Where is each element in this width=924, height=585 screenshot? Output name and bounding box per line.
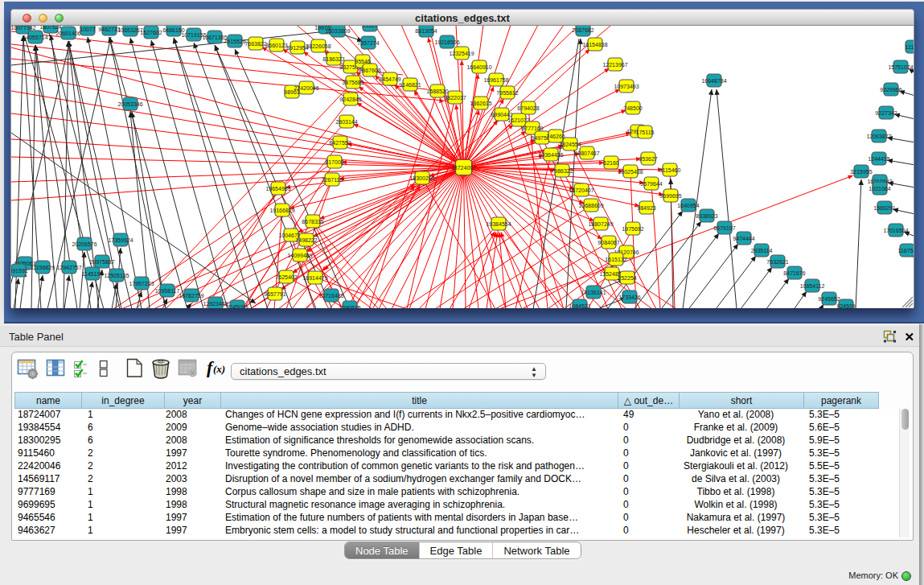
svg-text:20206576: 20206576	[72, 241, 97, 247]
svg-text:9242845: 9242845	[339, 97, 361, 102]
svg-text:116753: 116753	[898, 248, 914, 253]
svg-text:746266: 746266	[546, 134, 565, 139]
svg-text:1975692: 1975692	[622, 226, 643, 232]
svg-text:9146821: 9146821	[399, 82, 421, 88]
svg-text:15751074: 15751074	[888, 64, 913, 70]
svg-text:11123: 11123	[906, 44, 914, 50]
svg-text:984923: 984923	[637, 205, 655, 211]
svg-text:15720407: 15720407	[569, 187, 593, 193]
svg-text:1527602: 1527602	[140, 30, 162, 35]
svg-text:62160: 62160	[603, 160, 619, 166]
svg-text:8471676: 8471676	[783, 270, 805, 276]
svg-text:7357274: 7357274	[357, 40, 379, 46]
svg-text:12213967: 12213967	[602, 62, 627, 68]
svg-text:1588520: 1588520	[426, 89, 448, 94]
svg-text:9474444: 9474444	[733, 236, 754, 241]
svg-text:2087682: 2087682	[572, 27, 593, 33]
svg-text:7955812: 7955812	[496, 90, 518, 96]
svg-text:1021064: 1021064	[869, 186, 890, 192]
svg-text:8186323: 8186323	[322, 56, 344, 62]
svg-text:9657791: 9657791	[264, 291, 285, 297]
svg-text:12942757: 12942757	[56, 265, 81, 270]
svg-text:1290515: 1290515	[339, 305, 360, 309]
svg-text:8454749: 8454749	[379, 76, 400, 82]
svg-text:12325419: 12325419	[449, 51, 474, 56]
svg-text:18807249: 18807249	[588, 221, 613, 227]
svg-text:18300295: 18300295	[409, 175, 434, 181]
svg-text:175115: 175115	[636, 130, 655, 135]
svg-text:252254: 252254	[618, 275, 636, 281]
svg-text:924509: 924509	[836, 303, 855, 309]
svg-text:817008: 817008	[325, 159, 343, 165]
svg-text:8990443: 8990443	[491, 112, 512, 117]
svg-text:19218506: 19218506	[434, 39, 459, 45]
svg-text:10025438: 10025438	[618, 169, 643, 175]
svg-text:10807487: 10807487	[574, 150, 599, 156]
svg-text:1733426: 1733426	[618, 295, 640, 300]
svg-text:58226058: 58226058	[306, 43, 331, 49]
svg-text:2935114: 2935114	[751, 248, 773, 253]
svg-text:10077342: 10077342	[11, 26, 36, 31]
svg-text:99127: 99127	[362, 26, 378, 28]
svg-text:22420046: 22420046	[294, 85, 318, 91]
svg-text:10077: 10077	[80, 27, 96, 32]
svg-text:20053346: 20053346	[117, 101, 142, 107]
svg-text:19384554: 19384554	[486, 221, 511, 227]
svg-text:953627: 953627	[639, 156, 657, 162]
svg-text:14099489: 14099489	[287, 253, 312, 258]
svg-text:10973493: 10973493	[614, 84, 639, 89]
svg-text:19654985: 19654985	[265, 186, 290, 192]
svg-text:9329966: 9329966	[880, 87, 901, 93]
svg-text:3824554: 3824554	[559, 142, 581, 147]
svg-text:11156829: 11156829	[31, 265, 55, 270]
svg-text:10653267: 10653267	[117, 27, 142, 33]
svg-text:1084521: 1084521	[569, 303, 590, 309]
svg-text:8427552: 8427552	[329, 140, 351, 146]
svg-text:10688609: 10688609	[578, 203, 603, 208]
svg-text:8938923: 8938923	[696, 213, 717, 219]
svg-text:3215955: 3215955	[850, 169, 872, 175]
svg-text:18724007: 18724007	[451, 165, 476, 171]
svg-text:12093872: 12093872	[866, 134, 891, 139]
svg-text:1145194: 1145194	[82, 271, 104, 277]
svg-text:16640910: 16640910	[466, 64, 491, 70]
svg-text:1362615: 1362615	[470, 101, 491, 106]
svg-text:3875685: 3875685	[342, 80, 363, 85]
svg-text:19166829: 19166829	[269, 208, 294, 213]
svg-text:7625402: 7625402	[275, 274, 297, 280]
svg-text:6794028: 6794028	[517, 105, 539, 111]
svg-text:20975887: 20975887	[89, 259, 114, 265]
svg-text:17957223: 17957223	[129, 281, 154, 286]
svg-text:9227342: 9227342	[875, 110, 897, 116]
svg-text:2803144: 2803144	[335, 119, 357, 125]
svg-text:14136141: 14136141	[581, 290, 606, 295]
svg-text:8813054: 8813054	[415, 28, 437, 34]
svg-text:14055714: 14055714	[23, 35, 47, 40]
svg-text:1640954: 1640954	[677, 203, 699, 208]
svg-text:16648784: 16648784	[701, 78, 726, 84]
svg-text:8678335: 8678335	[302, 219, 323, 225]
svg-text:9699695: 9699695	[659, 193, 681, 199]
svg-text:16914479: 16914479	[302, 275, 327, 281]
svg-text:12923446: 12923446	[203, 301, 228, 307]
svg-text:391591: 391591	[11, 268, 28, 274]
svg-text:8660123: 8660123	[265, 43, 287, 48]
svg-text:16154838: 16154838	[582, 42, 607, 47]
svg-text:9777169: 9777169	[521, 126, 543, 131]
svg-text:17016504: 17016504	[883, 228, 908, 233]
svg-text:7986322: 7986322	[551, 168, 573, 174]
svg-text:1244415: 1244415	[868, 156, 889, 162]
svg-text:20691406: 20691406	[55, 31, 80, 36]
svg-text:20364436: 20364436	[538, 152, 563, 158]
svg-text:6679197: 6679197	[713, 225, 735, 231]
svg-text:(x): (x)	[213, 363, 225, 375]
svg-text:9579644: 9579644	[640, 181, 662, 187]
svg-text:7515526: 7515526	[224, 39, 245, 44]
svg-text:9245652: 9245652	[818, 296, 840, 302]
svg-text:16961758: 16961758	[483, 77, 508, 83]
svg-text:10958117: 10958117	[155, 288, 180, 294]
svg-text:9084067: 9084067	[598, 240, 619, 245]
svg-text:7663822: 7663822	[244, 41, 266, 47]
svg-text:748500: 748500	[623, 105, 642, 111]
svg-text:1569291: 1569291	[873, 205, 895, 211]
